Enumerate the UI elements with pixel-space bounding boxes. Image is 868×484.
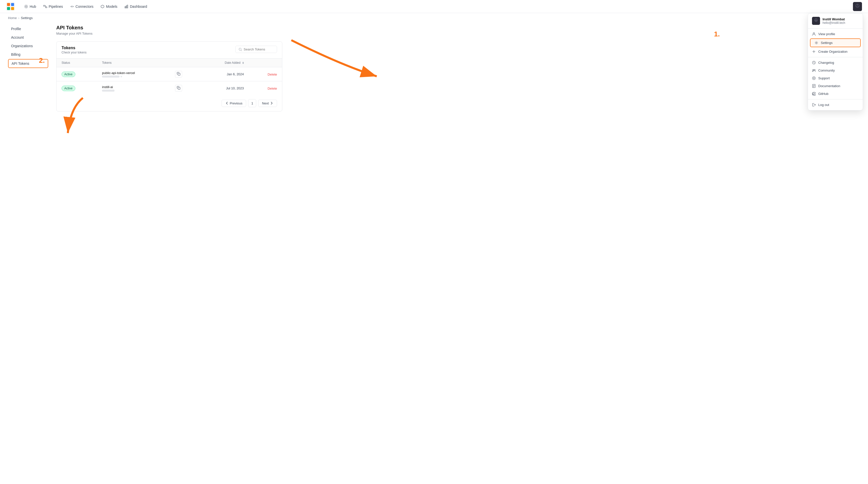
tokens-table: Status Tokens Date Added [57,58,282,95]
changelog-icon [812,61,816,65]
top-navigation: Hub Pipelines Connectors Models Dashboar… [0,0,868,13]
dropdown-header: Instill Wombat hello@instill.tech [808,13,863,29]
copy-button-2[interactable] [175,85,182,92]
page-title: API Tokens [56,25,282,31]
dropdown-item-documentation[interactable]: Documentation [808,82,863,90]
copy-cell-2 [170,81,199,95]
svg-rect-2 [11,3,14,6]
svg-rect-11 [125,6,126,8]
svg-point-26 [816,19,817,20]
delete-button-2[interactable]: Delete [268,87,277,90]
delete-button-1[interactable]: Delete [268,72,277,76]
col-actions [170,59,199,67]
page-number: 1 [248,99,256,107]
page-subtitle: Manage your API Tokens [56,32,282,35]
col-delete [249,59,282,67]
tokens-title: Tokens [62,46,86,50]
table-row: Active public-api-token-vercel [57,67,282,81]
dropdown-item-support[interactable]: Support [808,74,863,82]
svg-point-18 [856,6,859,7]
github-icon [812,92,816,96]
nav-dashboard[interactable]: Dashboard [121,3,150,10]
svg-rect-1 [7,3,10,6]
sidebar-item-account[interactable]: Account [8,33,48,41]
svg-line-20 [241,50,242,51]
dropdown-item-logout[interactable]: Log out [808,101,863,109]
breadcrumb-home[interactable]: Home [8,16,17,20]
svg-point-6 [25,5,28,8]
token-masked [102,90,165,92]
search-box[interactable] [235,46,277,53]
sidebar-item-organizations[interactable]: Organizations [8,42,48,50]
sort-icon [242,62,244,64]
main-layout: Profile Account Organizations Billing AP… [0,23,868,111]
date-cell-2: Jul 10, 2023 [199,81,249,95]
svg-point-16 [856,4,857,6]
delete-cell-1: Delete [249,67,282,81]
nav-models[interactable]: Models [97,3,120,10]
arrow-left-icon [225,101,229,105]
nav-hub[interactable]: Hub [21,3,39,10]
user-icon [812,32,816,36]
nav-connectors[interactable]: Connectors [67,3,97,10]
dropdown-section-3: Log out [808,99,863,110]
community-icon [812,68,816,72]
search-icon [239,48,242,51]
token-masked [102,75,165,77]
breadcrumb: Home › Settings [0,13,868,23]
svg-point-34 [812,77,815,80]
app-logo[interactable] [6,2,15,11]
svg-point-27 [813,33,815,34]
dropdown-item-github[interactable]: GitHub [808,90,863,98]
svg-point-33 [814,69,815,71]
settings-sidebar: Profile Account Organizations Billing AP… [8,23,48,111]
copy-icon [177,86,180,90]
sidebar-item-billing[interactable]: Billing [8,51,48,59]
svg-point-32 [813,69,814,71]
plus-icon [812,50,816,54]
svg-point-35 [813,78,814,79]
svg-rect-21 [178,73,180,75]
dropdown-user-email: hello@instill.tech [823,21,845,25]
svg-point-24 [814,18,818,22]
dropdown-section-2: Changelog Community Support D [808,57,863,99]
logout-icon [812,103,816,107]
dropdown-item-settings[interactable]: Settings [810,38,861,47]
pagination: Previous 1 Next [57,95,282,111]
dropdown-item-community[interactable]: Community [808,67,863,74]
breadcrumb-separator: › [18,16,19,20]
search-input[interactable] [244,47,274,51]
copy-icon [177,72,180,75]
sidebar-item-profile[interactable]: Profile [8,25,48,33]
svg-point-25 [815,19,816,20]
support-icon [812,76,816,80]
copy-button-1[interactable] [175,71,182,77]
svg-rect-12 [126,6,127,8]
user-avatar[interactable] [853,2,862,11]
delete-cell-2: Delete [249,81,282,95]
sidebar-item-api-tokens[interactable]: API Tokens [8,59,48,68]
tokens-subtitle: Check your tokens [62,51,86,54]
dropdown-user-name: Instill Wombat [823,17,845,21]
tokens-card-header: Tokens Check your tokens [57,42,282,58]
dropdown-item-create-org[interactable]: Create Organization [808,48,863,56]
previous-button[interactable]: Previous [221,100,246,107]
status-cell-1: Active [57,67,97,81]
nav-links: Hub Pipelines Connectors Models Dashboar… [21,3,853,10]
nav-pipelines[interactable]: Pipelines [40,3,66,10]
table-row: Active instill-ai [57,81,282,95]
svg-rect-4 [11,7,14,10]
dropdown-item-changelog[interactable]: Changelog [808,59,863,67]
tokens-card-title-area: Tokens Check your tokens [62,46,86,54]
status-badge: Active [62,86,75,91]
token-name-cell-2: instill-ai [97,81,170,95]
next-button[interactable]: Next [258,100,277,107]
settings-content: API Tokens Manage your API Tokens Tokens… [56,23,282,111]
token-name-cell-1: public-api-token-vercel [97,67,170,81]
svg-point-17 [858,4,859,6]
status-cell-2: Active [57,81,97,95]
svg-rect-22 [178,87,180,89]
dropdown-user-info: Instill Wombat hello@instill.tech [823,17,845,25]
dropdown-item-view-profile[interactable]: View profile [808,30,863,38]
svg-rect-13 [127,5,128,8]
